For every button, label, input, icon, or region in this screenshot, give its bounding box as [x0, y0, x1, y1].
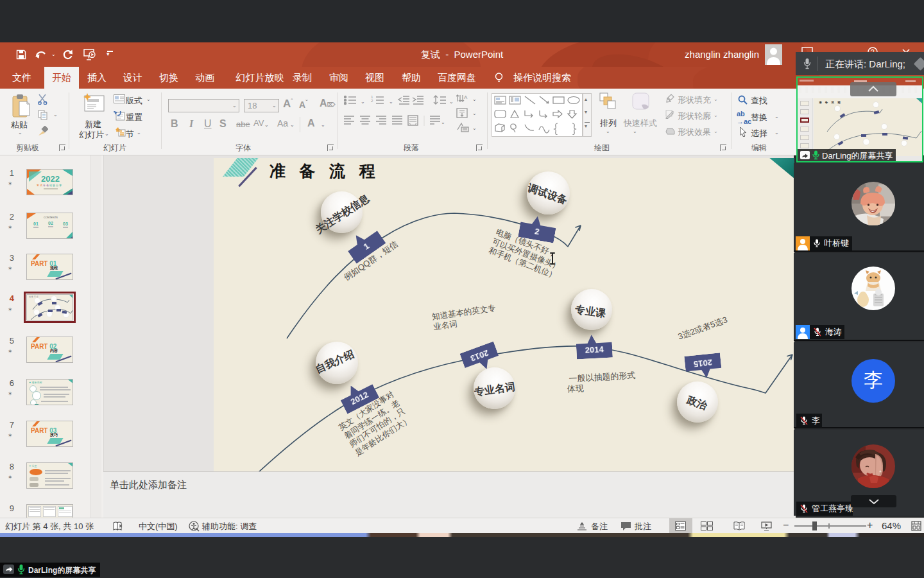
svg-text:A: A — [464, 94, 468, 100]
svg-text:2: 2 — [371, 99, 373, 103]
svg-text:准 备 流 程: 准 备 流 程 — [819, 101, 842, 104]
svg-text:准 备 流 程: 准 备 流 程 — [29, 295, 38, 298]
